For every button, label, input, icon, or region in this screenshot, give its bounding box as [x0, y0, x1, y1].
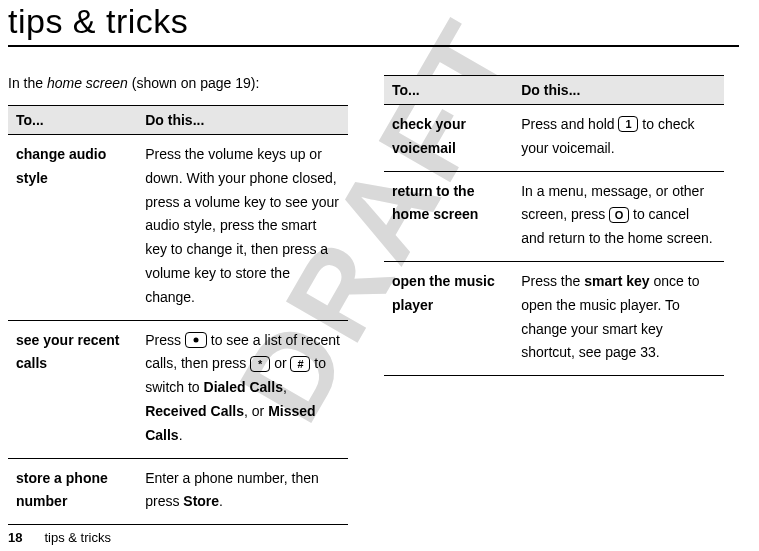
title-rule: [8, 45, 739, 47]
col-header-to: To...: [384, 76, 513, 105]
row-key: return to the home screen: [384, 171, 513, 261]
nav-key-icon: [185, 332, 207, 348]
row-do: Press the smart key once to open the mus…: [513, 261, 724, 375]
row-key: check your voicemail: [384, 105, 513, 172]
row-do: Enter a phone number, then press Store.: [137, 458, 348, 525]
left-column: In the home screen (shown on page 19): T…: [8, 75, 348, 525]
row-key: open the music player: [384, 261, 513, 375]
ui-label: Received Calls: [145, 403, 244, 419]
table-row: store a phone numberEnter a phone number…: [8, 458, 348, 525]
intro-text: In the home screen (shown on page 19):: [8, 75, 348, 91]
tips-table-left: To... Do this... change audio stylePress…: [8, 105, 348, 525]
bold-text: smart key: [584, 273, 649, 289]
table-row: return to the home screenIn a menu, mess…: [384, 171, 724, 261]
row-do: In a menu, message, or other screen, pre…: [513, 171, 724, 261]
intro-prefix: In the: [8, 75, 47, 91]
col-header-to: To...: [8, 106, 137, 135]
row-key: store a phone number: [8, 458, 137, 525]
row-do: Press to see a list of recent calls, the…: [137, 320, 348, 458]
table-row: change audio stylePress the volume keys …: [8, 135, 348, 321]
hash-key-icon: #: [290, 356, 310, 372]
row-key: change audio style: [8, 135, 137, 321]
columns: In the home screen (shown on page 19): T…: [8, 75, 739, 525]
right-tbody: check your voicemailPress and hold 1 to …: [384, 105, 724, 376]
row-do: Press and hold 1 to check your voicemail…: [513, 105, 724, 172]
table-row: open the music playerPress the smart key…: [384, 261, 724, 375]
right-column: To... Do this... check your voicemailPre…: [384, 75, 724, 525]
one-key-icon: 1: [618, 116, 638, 132]
page-number: 18: [8, 530, 22, 545]
intro-suffix-b: ):: [251, 75, 260, 91]
intro-suffix-a: (shown on page: [128, 75, 235, 91]
table-row: check your voicemailPress and hold 1 to …: [384, 105, 724, 172]
col-header-do: Do this...: [137, 106, 348, 135]
intro-em: home screen: [47, 75, 128, 91]
col-header-do: Do this...: [513, 76, 724, 105]
tips-table-right: To... Do this... check your voicemailPre…: [384, 75, 724, 376]
left-tbody: change audio stylePress the volume keys …: [8, 135, 348, 525]
page-content: tips & tricks In the home screen (shown …: [0, 2, 759, 551]
page-title: tips & tricks: [8, 2, 739, 41]
table-row: see your recent callsPress to see a list…: [8, 320, 348, 458]
ui-label: Store: [183, 493, 219, 509]
ui-label: Dialed Calls: [204, 379, 283, 395]
row-do: Press the volume keys up or down. With y…: [137, 135, 348, 321]
star-key-icon: *: [250, 356, 270, 372]
end-key-icon: O: [609, 207, 629, 223]
row-key: see your recent calls: [8, 320, 137, 458]
page-footer: 18tips & tricks: [8, 530, 111, 545]
footer-section: tips & tricks: [44, 530, 110, 545]
intro-page-ref: 19: [235, 75, 251, 91]
